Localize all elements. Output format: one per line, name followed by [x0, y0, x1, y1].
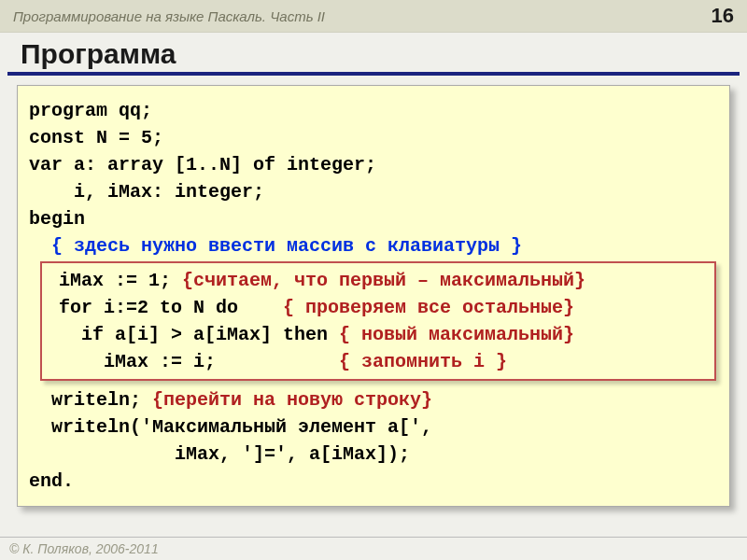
code-block: program qq; const N = 5; var a: array [1… — [17, 85, 730, 507]
code-line: writeln; {перейти на новую строку} — [29, 386, 718, 413]
code-text: if a[i] > a[iMax] then — [48, 324, 339, 345]
code-comment: {считаем, что первый – максимальный} — [182, 270, 585, 291]
code-text: iMax := 1; — [48, 270, 182, 291]
code-line: writeln('Максимальный элемент a[', — [29, 413, 718, 441]
code-comment: { запомнить i } — [339, 351, 507, 372]
header-title: Программирование на языке Паскаль. Часть… — [13, 8, 325, 24]
code-text: writeln; — [29, 389, 152, 411]
page-number: 16 — [712, 4, 734, 28]
code-line: iMax := i; { запомнить i } — [48, 348, 709, 375]
highlighted-code-block: iMax := 1; {считаем, что первый – максим… — [40, 261, 716, 381]
code-line: program qq; — [29, 97, 718, 124]
code-text: for i:=2 to N do — [48, 297, 283, 318]
code-line: end. — [29, 468, 718, 495]
footer-copyright: © К. Поляков, 2006-2011 — [0, 537, 747, 560]
code-comment: { новый максимальный} — [339, 324, 574, 345]
code-line: for i:=2 to N do { проверяем все остальн… — [48, 294, 709, 321]
code-line: const N = 5; — [29, 124, 718, 151]
code-line: iMax := 1; {считаем, что первый – максим… — [48, 267, 709, 294]
code-comment: { здесь нужно ввести массив с клавиатуры… — [29, 232, 718, 259]
code-line: i, iMax: integer; — [29, 178, 718, 205]
code-comment: {перейти на новую строку} — [152, 389, 432, 411]
code-text: iMax := i; — [48, 351, 339, 372]
code-line: begin — [29, 205, 718, 232]
code-line: iMax, ']=', a[iMax]); — [29, 441, 718, 468]
header-bar: Программирование на языке Паскаль. Часть… — [0, 0, 747, 33]
code-comment: { проверяем все остальные} — [283, 297, 574, 318]
code-line: var a: array [1..N] of integer; — [29, 151, 718, 178]
code-line: if a[i] > a[iMax] then { новый максималь… — [48, 321, 709, 348]
section-title: Программа — [7, 33, 740, 76]
